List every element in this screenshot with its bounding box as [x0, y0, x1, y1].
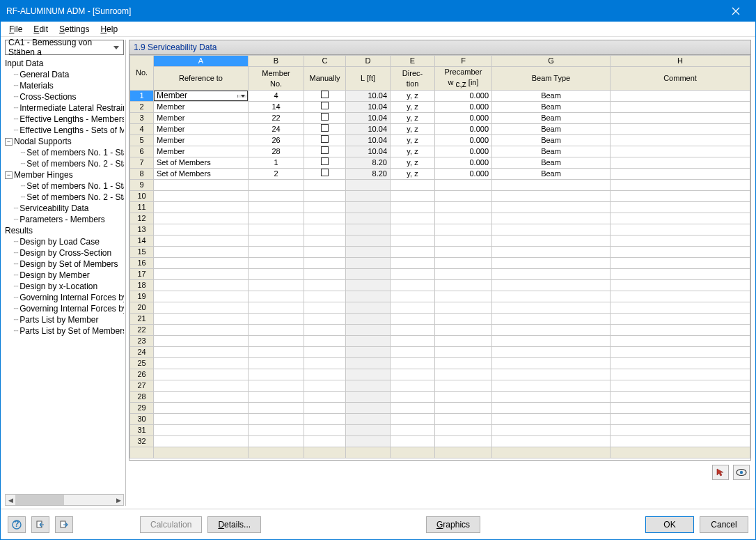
row-number[interactable]: 23: [130, 336, 154, 347]
table-row[interactable]: 8Set of Members28.20y, z0.000Beam: [130, 169, 750, 180]
tree-materials[interactable]: ····Materials: [5, 80, 124, 91]
table-row[interactable]: 31: [130, 425, 750, 436]
col-B[interactable]: B: [249, 56, 304, 67]
table-row[interactable]: 21: [130, 314, 750, 325]
cell-comment[interactable]: [611, 91, 750, 102]
cell-mno[interactable]: 24: [249, 124, 304, 135]
table-row[interactable]: 17: [130, 269, 750, 280]
row-number[interactable]: 12: [130, 213, 154, 224]
table-row[interactable]: 9: [130, 180, 750, 191]
cell-pc[interactable]: 0.000: [435, 146, 492, 157]
cell-pc[interactable]: 0.000: [435, 91, 492, 102]
cell-dir[interactable]: y, z: [391, 124, 435, 135]
tree-r-parts-m[interactable]: ····Parts List by Member: [5, 314, 124, 325]
tree-r-xsection[interactable]: ····Design by Cross-Section: [5, 247, 124, 259]
collapse-icon[interactable]: −: [5, 171, 13, 179]
cell-comment[interactable]: [611, 146, 750, 157]
row-number[interactable]: 27: [130, 380, 154, 392]
table-row[interactable]: 24: [130, 347, 750, 358]
tree-parameters[interactable]: ····Parameters - Members: [5, 214, 124, 225]
tree-eff-sets[interactable]: ····Effective Lengths - Sets of Mem: [5, 125, 124, 136]
col-D[interactable]: D: [346, 56, 391, 67]
cell-bt[interactable]: Beam: [492, 124, 611, 135]
row-number[interactable]: 5: [130, 135, 154, 146]
col-C[interactable]: C: [304, 56, 346, 67]
table-row[interactable]: 3Member2210.04y, z0.000Beam: [130, 113, 750, 124]
row-number[interactable]: 8: [130, 169, 154, 180]
cell-mno[interactable]: 22: [249, 113, 304, 124]
tree-r-loadcase[interactable]: ····Design by Load Case: [5, 236, 124, 247]
row-number[interactable]: 4: [130, 124, 154, 135]
help-button[interactable]: ?: [8, 516, 26, 533]
cell-dir[interactable]: y, z: [391, 146, 435, 157]
row-number[interactable]: 1: [130, 91, 154, 102]
col-A[interactable]: A: [154, 56, 249, 67]
table-row[interactable]: 27: [130, 380, 750, 392]
cell-dir[interactable]: y, z: [391, 102, 435, 113]
col-comment[interactable]: Comment: [611, 67, 750, 91]
row-number[interactable]: 22: [130, 325, 154, 336]
cell-manual[interactable]: [304, 102, 346, 113]
scroll-left-icon[interactable]: ◀: [6, 495, 15, 505]
col-no[interactable]: No.: [130, 56, 154, 91]
cell-L[interactable]: 10.04: [346, 91, 391, 102]
row-number[interactable]: 24: [130, 347, 154, 358]
row-number[interactable]: 28: [130, 392, 154, 403]
row-number[interactable]: 18: [130, 280, 154, 291]
view-button[interactable]: [733, 465, 750, 480]
cell-pc[interactable]: 0.000: [435, 102, 492, 113]
cell-manual[interactable]: [304, 157, 346, 169]
col-beam-type[interactable]: Beam Type: [492, 67, 611, 91]
row-number[interactable]: 14: [130, 236, 154, 247]
row-number[interactable]: 11: [130, 202, 154, 213]
col-ref-to[interactable]: Reference to: [154, 67, 249, 91]
menu-help[interactable]: Help: [96, 23, 122, 36]
tree-r-gif-m[interactable]: ····Governing Internal Forces by M: [5, 292, 124, 303]
table-row[interactable]: 4Member2410.04y, z0.000Beam: [130, 124, 750, 135]
cell-dir[interactable]: y, z: [391, 91, 435, 102]
row-number[interactable]: 21: [130, 314, 154, 325]
row-number[interactable]: 9: [130, 180, 154, 191]
cell-manual[interactable]: [304, 124, 346, 135]
menu-edit[interactable]: Edit: [29, 23, 52, 36]
cell-ref[interactable]: Member: [154, 146, 249, 157]
cell-manual[interactable]: [304, 146, 346, 157]
tree-r-gif-s[interactable]: ····Governing Internal Forces by S: [5, 303, 124, 314]
cell-L[interactable]: 8.20: [346, 169, 391, 180]
row-number[interactable]: 6: [130, 146, 154, 157]
col-L[interactable]: L [ft]: [346, 67, 391, 91]
checkbox-icon[interactable]: [321, 169, 329, 176]
row-number[interactable]: 16: [130, 258, 154, 269]
table-row[interactable]: 22: [130, 325, 750, 336]
chevron-down-icon[interactable]: [237, 95, 247, 98]
table-row[interactable]: 10: [130, 191, 750, 202]
col-E[interactable]: E: [391, 56, 435, 67]
table-row[interactable]: 29: [130, 403, 750, 414]
tree-general-data[interactable]: ····General Data: [5, 69, 124, 80]
row-number[interactable]: 25: [130, 358, 154, 369]
table-row[interactable]: 15: [130, 247, 750, 258]
checkbox-icon[interactable]: [321, 124, 329, 132]
row-number[interactable]: 3: [130, 113, 154, 124]
tree-ns1[interactable]: ····Set of members No. 1 - Sta: [5, 147, 124, 158]
cell-dir[interactable]: y, z: [391, 113, 435, 124]
scroll-right-icon[interactable]: ▶: [113, 495, 123, 505]
table-row[interactable]: 5Member2610.04y, z0.000Beam: [130, 135, 750, 146]
table-row[interactable]: 14: [130, 236, 750, 247]
case-selector[interactable]: CA1 - Bemessung von Stäben a: [5, 40, 124, 55]
cell-L[interactable]: 10.04: [346, 124, 391, 135]
cell-bt[interactable]: Beam: [492, 135, 611, 146]
cell-pc[interactable]: 0.000: [435, 169, 492, 180]
cell-mno[interactable]: 28: [249, 146, 304, 157]
col-H[interactable]: H: [611, 56, 750, 67]
navigator-tree[interactable]: Input Data ····General Data ····Material…: [5, 56, 124, 493]
cell-manual[interactable]: [304, 113, 346, 124]
cell-bt[interactable]: Beam: [492, 157, 611, 169]
tree-r-parts-s[interactable]: ····Parts List by Set of Members: [5, 325, 124, 337]
col-precamber[interactable]: Precamberw c,z [in]: [435, 67, 492, 91]
table-row[interactable]: 6Member2810.04y, z0.000Beam: [130, 146, 750, 157]
graphics-button[interactable]: Graphics: [426, 516, 480, 533]
row-number[interactable]: 19: [130, 291, 154, 302]
col-G[interactable]: G: [492, 56, 611, 67]
collapse-icon[interactable]: −: [5, 138, 13, 146]
